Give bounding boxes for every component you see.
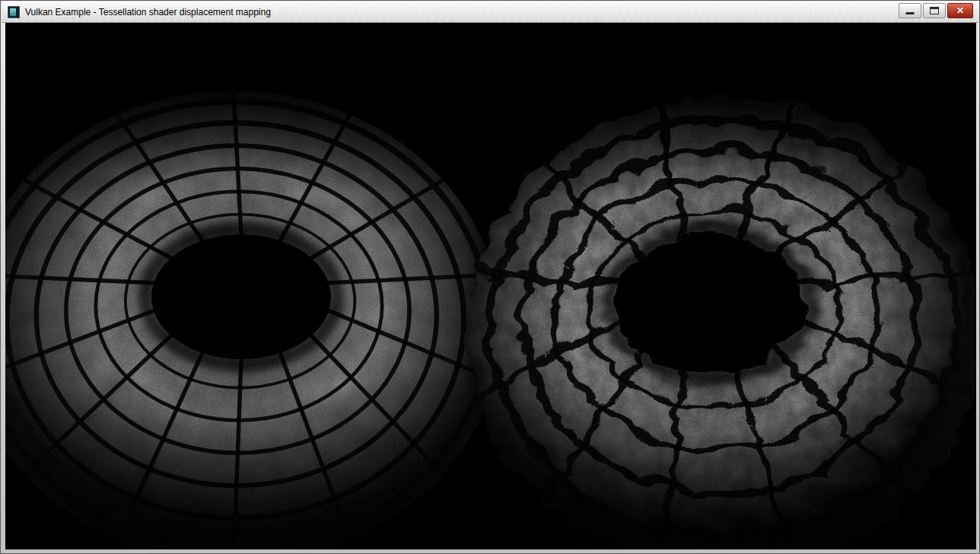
titlebar[interactable]: Vulkan Example - Tessellation shader dis… [2,2,978,23]
maximize-button[interactable] [923,3,946,18]
window-controls: ✕ [899,3,973,18]
window-title: Vulkan Example - Tessellation shader dis… [25,7,271,18]
close-button[interactable]: ✕ [947,3,973,18]
torus-left-no-displacement [5,91,501,549]
close-icon: ✕ [956,4,964,18]
vulkan-app-icon [8,6,20,18]
minimize-icon [906,12,915,14]
vulkan-render-scene [5,23,976,549]
render-viewport[interactable] [5,23,976,549]
vulkan-logo [10,8,16,16]
maximize-icon [930,7,939,14]
minimize-button[interactable] [899,3,921,18]
app-window: Vulkan Example - Tessellation shader dis… [0,0,980,554]
